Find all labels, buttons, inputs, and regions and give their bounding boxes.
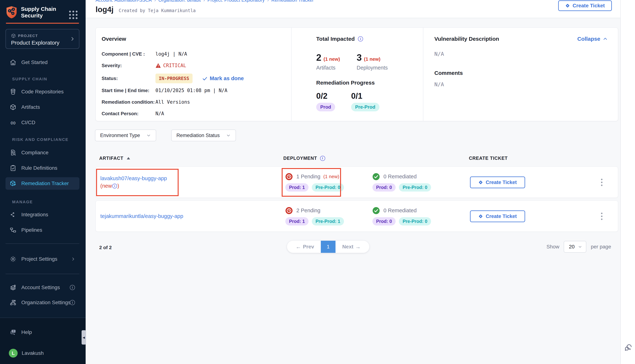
section-header-risk: RISK AND COMPLIANCE xyxy=(12,137,69,142)
remediated-cell: 0 Remediated Prod: 0 Pre-Prod: 0 xyxy=(372,201,468,232)
sidebar-item-integrations[interactable]: Integrations xyxy=(6,208,79,221)
comments-value: N/A xyxy=(434,81,608,88)
total-impacted-column: Total Impacted 2(1 new) Artifacts 3(1 ne… xyxy=(292,28,423,121)
overview-column: Overview Component | CVE : log4j | N/A S… xyxy=(96,28,292,121)
row-menu-kebab-icon[interactable] xyxy=(597,211,607,222)
remediated-cell: 0 Remediated Prod: 0 Pre-Prod: 0 xyxy=(372,167,468,198)
chevron-down-icon xyxy=(226,133,231,138)
sidebar-item-project-settings[interactable]: Project Settings xyxy=(6,253,79,265)
user-name: Lavakush xyxy=(22,350,44,356)
remediation-status-filter[interactable]: Remediation Status xyxy=(171,130,236,141)
breadcrumb: Account: Automation-SSCA›Organization: d… xyxy=(96,0,314,3)
pagination: ←Prev 1 Next→ xyxy=(287,241,369,253)
ticket-diamond-icon xyxy=(478,180,483,185)
sidebar-collapse-handle[interactable]: ◀ xyxy=(82,330,86,344)
component-cve-label: Component | CVE : xyxy=(102,51,155,57)
breadcrumb-project[interactable]: Project: Product Exploratory xyxy=(207,0,265,2)
arrow-left-icon: ← xyxy=(296,244,301,250)
avatar: L xyxy=(9,349,18,358)
prod-progress: 0/2 Prod xyxy=(316,91,351,111)
remediation-tracker-page: Supply Chain Security PROJECT Product Ex… xyxy=(0,0,635,364)
prod-badge: Prod: 0 xyxy=(372,217,395,226)
preprod-badge: Pre-Prod xyxy=(351,103,379,111)
page-1-button[interactable]: 1 xyxy=(321,241,335,253)
sidebar-item-rule-definitions[interactable]: Rule Definitions xyxy=(6,162,79,174)
time-value: 01/10/2025 01:08 pm | N/A xyxy=(155,88,227,93)
next-page-button[interactable]: Next→ xyxy=(335,241,369,253)
info-icon[interactable] xyxy=(320,156,325,161)
info-icon[interactable] xyxy=(70,285,75,290)
breadcrumb-remediation-tracker[interactable]: Remediation Tracker xyxy=(271,0,314,2)
per-page-label: per page xyxy=(591,244,611,250)
collapse-link[interactable]: Collapse xyxy=(577,36,608,42)
pending-clock-icon xyxy=(285,173,293,180)
info-icon[interactable] xyxy=(112,184,117,188)
column-create-ticket: CREATE TICKET xyxy=(469,156,508,161)
main-content: Account: Automation-SSCA›Organization: d… xyxy=(86,0,620,364)
overview-card: Overview Component | CVE : log4j | N/A S… xyxy=(96,28,618,121)
mark-as-done-link[interactable]: Mark as done xyxy=(202,76,244,82)
chevron-down-icon xyxy=(578,244,582,249)
prod-badge: Prod: 1 xyxy=(285,183,309,192)
artifact-new-flag: (new ) xyxy=(100,183,277,189)
sidebar-item-code-repositories[interactable]: Code Repositories xyxy=(6,86,79,98)
divider xyxy=(6,244,79,244)
sidebar-item-cicd[interactable]: ∞ CI/CD xyxy=(6,116,79,129)
artifact-link[interactable]: tejakummarikuntla/easy-buggy-app xyxy=(100,213,277,219)
sidebar-item-help[interactable]: ? Help xyxy=(6,326,79,338)
pending-count: 1 Pending xyxy=(296,174,320,180)
deployments-stat: 3(1 new) Deployments xyxy=(357,52,397,71)
remediated-check-icon xyxy=(372,207,380,214)
breadcrumb-account[interactable]: Account: Automation-SSCA xyxy=(96,0,152,2)
module-grid-icon[interactable] xyxy=(69,11,78,19)
support-chat-icon[interactable] xyxy=(624,344,632,352)
sidebar-item-remediation-tracker[interactable]: Remediation Tracker xyxy=(6,177,79,190)
project-selector[interactable]: PROJECT Product Exploratory xyxy=(6,29,79,49)
deployment-cell: 1 Pending (1 new) Prod: 1 Pre-Prod: 0 xyxy=(285,167,364,198)
accent-divider xyxy=(6,23,79,24)
row-menu-kebab-icon[interactable] xyxy=(597,177,607,188)
info-icon[interactable] xyxy=(358,36,363,42)
page-size-select[interactable]: 20 xyxy=(564,241,586,253)
artifact-link[interactable]: lavakush07/easy-buggy-app xyxy=(100,176,277,182)
page-size-control: Show 20 per page xyxy=(546,241,611,253)
user-menu[interactable]: L Lavakush xyxy=(6,347,79,360)
sidebar-item-account-settings[interactable]: Account Settings xyxy=(6,281,79,294)
severity-value: CRITICAL xyxy=(155,63,186,68)
create-ticket-button[interactable]: Create Ticket xyxy=(558,0,612,11)
sidebar-item-organization-settings[interactable]: Organization Settings xyxy=(6,296,79,309)
chevron-down-icon xyxy=(146,133,151,138)
preprod-badge: Pre-Prod: 0 xyxy=(399,183,431,192)
pending-clock-icon xyxy=(285,207,293,214)
sidebar-item-artifacts[interactable]: Artifacts xyxy=(6,101,79,114)
shield-logo-icon xyxy=(6,6,18,19)
create-ticket-button[interactable]: Create Ticket xyxy=(470,210,525,222)
create-ticket-button[interactable]: Create Ticket xyxy=(470,176,525,188)
prod-badge: Prod: 1 xyxy=(285,217,309,226)
environment-type-filter[interactable]: Environment Type xyxy=(95,130,156,141)
prod-badge: Prod xyxy=(316,103,335,111)
remediated-check-icon xyxy=(372,173,380,180)
ticket-diamond-icon xyxy=(478,214,483,219)
preprod-badge: Pre-Prod: 0 xyxy=(399,217,431,226)
description-column: Vulnerability Description Collapse N/A C… xyxy=(423,28,618,121)
status-label: Status: xyxy=(102,76,155,81)
table-header: ARTIFACT DEPLOYMENT CREATE TICKET xyxy=(96,154,618,162)
ticket-diamond-icon xyxy=(565,3,570,8)
home-icon xyxy=(10,59,17,66)
app-logo[interactable]: Supply Chain Security xyxy=(6,6,56,19)
prev-page-button[interactable]: ←Prev xyxy=(287,241,321,253)
vulnerability-description-heading: Vulnerability Description xyxy=(434,36,499,42)
sidebar-item-get-started[interactable]: Get Started xyxy=(6,56,79,68)
artifacts-stat: 2(1 new) Artifacts xyxy=(316,52,357,71)
sidebar-item-pipelines[interactable]: Pipelines xyxy=(6,224,79,236)
breadcrumb-organization[interactable]: Organization: default xyxy=(158,0,201,2)
integrations-icon xyxy=(10,211,17,218)
remediation-cube-pencil-icon xyxy=(10,180,17,187)
sidebar-item-compliance[interactable]: Compliance xyxy=(6,146,79,159)
arrow-right-icon: → xyxy=(355,244,361,250)
info-icon[interactable] xyxy=(70,300,75,305)
overview-heading: Overview xyxy=(102,36,286,42)
column-artifact[interactable]: ARTIFACT xyxy=(99,156,130,161)
remediation-progress-heading: Remediation Progress xyxy=(316,80,419,86)
